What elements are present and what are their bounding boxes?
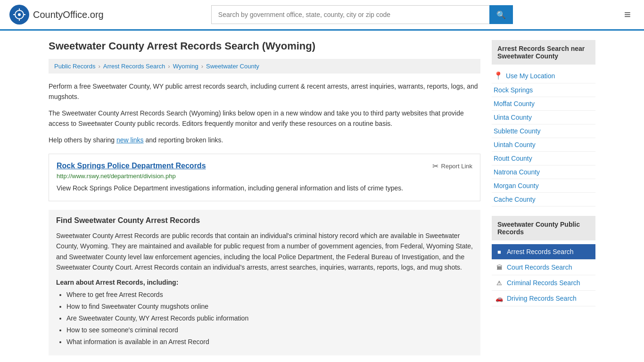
link-url[interactable]: http://www.rswy.net/department/division.… <box>57 173 472 180</box>
learn-list-item: What information is available in an Arre… <box>66 337 473 347</box>
breadcrumb-wyoming[interactable]: Wyoming <box>173 63 198 70</box>
pub-rec-icon: ⚠ <box>495 280 503 287</box>
sidebar-public-records-item[interactable]: 🚗Driving Records Search <box>492 291 595 306</box>
sidebar-public-records-link[interactable]: Driving Records Search <box>507 295 577 302</box>
learn-list: Where to get free Arrest RecordsHow to f… <box>56 290 473 347</box>
breadcrumb-sweetwater[interactable]: Sweetwater County <box>206 63 259 70</box>
find-section: Find Sweetwater County Arrest Records Sw… <box>49 210 480 355</box>
page-title: Sweetwater County Arrest Records Search … <box>49 40 480 52</box>
pub-rec-icon: 🏛 <box>495 264 503 271</box>
learn-title: Learn about Arrest Records, including: <box>56 279 473 286</box>
search-bar: 🔍 <box>211 5 513 24</box>
sidebar-public-records-link[interactable]: Arrest Records Search <box>507 248 574 255</box>
find-section-body: Sweetwater County Arrest Records are pub… <box>56 230 473 273</box>
sidebar-nearby-link[interactable]: Natrona County <box>492 165 595 179</box>
find-section-title: Find Sweetwater County Arrest Records <box>56 216 473 225</box>
nearby-links-container: Rock SpringsMoffat CountyUinta CountySub… <box>492 83 595 206</box>
sidebar-public-records-item[interactable]: ■Arrest Records Search <box>492 244 595 260</box>
sidebar-public-records-item[interactable]: 🏛Court Records Search <box>492 260 595 275</box>
logo-icon <box>9 5 29 25</box>
sidebar-nearby-link[interactable]: Rock Springs <box>492 83 595 97</box>
learn-list-item: How to see someone's criminal record <box>66 325 473 335</box>
link-card: Rock Springs Police Department Records ✂… <box>49 154 480 201</box>
search-button[interactable]: 🔍 <box>489 5 513 24</box>
sidebar-nearby-section: Arrest Records Search near Sweetwater Co… <box>492 40 595 206</box>
link-description: View Rock Springs Police Department inve… <box>57 183 472 193</box>
pub-rec-icon: ■ <box>495 248 503 255</box>
sidebar-public-records-link[interactable]: Criminal Records Search <box>507 279 580 287</box>
content-area: Sweetwater County Arrest Records Search … <box>49 40 480 355</box>
sidebar-public-records-item[interactable]: ⚠Criminal Records Search <box>492 275 595 291</box>
sidebar-use-location[interactable]: 📍 Use My Location <box>492 68 595 83</box>
intro-paragraph-3: Help others by sharing new links and rep… <box>49 135 480 145</box>
intro-paragraph-1: Perform a free Sweetwater County, WY pub… <box>49 81 480 102</box>
learn-list-item: How to find Sweetwater County mugshots o… <box>66 302 473 312</box>
link-card-title: Rock Springs Police Department Records <box>57 162 206 170</box>
breadcrumb-public-records[interactable]: Public Records <box>54 63 95 70</box>
search-input[interactable] <box>211 5 489 24</box>
sidebar-nearby-link[interactable]: Uintah County <box>492 138 595 152</box>
sidebar-nearby-title: Arrest Records Search near Sweetwater Co… <box>492 40 595 65</box>
new-links-link[interactable]: new links <box>116 136 144 144</box>
pub-rec-items-container: ■Arrest Records Search🏛Court Records Sea… <box>492 244 595 306</box>
sidebar-nearby-link[interactable]: Sublette County <box>492 124 595 138</box>
sidebar-nearby-link[interactable]: Morgan County <box>492 179 595 193</box>
sidebar-public-records-link[interactable]: Court Records Search <box>507 263 572 271</box>
menu-button[interactable]: ≡ <box>620 6 635 23</box>
sidebar-nearby-link[interactable]: Routt County <box>492 152 595 165</box>
logo-text: CountyOffice.org <box>33 9 104 20</box>
sidebar-nearby-link[interactable]: Moffat County <box>492 97 595 111</box>
link-card-title-link[interactable]: Rock Springs Police Department Records <box>57 162 206 170</box>
learn-list-item: Where to get free Arrest Records <box>66 290 473 300</box>
pub-rec-icon: 🚗 <box>495 295 503 302</box>
svg-point-2 <box>18 13 21 16</box>
sidebar-nearby-link[interactable]: Cache County <box>492 193 595 206</box>
breadcrumb: Public Records › Arrest Records Search ›… <box>49 59 480 74</box>
report-link-button[interactable]: ✂ Report Link <box>432 162 472 171</box>
logo-area: CountyOffice.org <box>9 5 104 25</box>
main-container: Sweetwater County Arrest Records Search … <box>39 31 605 362</box>
sidebar-public-records-section: Sweetwater County Public Records ■Arrest… <box>492 216 595 306</box>
intro-paragraph-2: The Sweetwater County Arrest Records Sea… <box>49 108 480 129</box>
sidebar: Arrest Records Search near Sweetwater Co… <box>492 40 595 355</box>
sidebar-nearby-link[interactable]: Uinta County <box>492 111 595 124</box>
scissors-icon: ✂ <box>432 162 438 171</box>
location-icon: 📍 <box>494 71 503 80</box>
link-card-header: Rock Springs Police Department Records ✂… <box>57 162 472 171</box>
site-header: CountyOffice.org 🔍 ≡ <box>0 0 644 31</box>
sidebar-public-records-title: Sweetwater County Public Records <box>492 216 595 240</box>
breadcrumb-arrest-records[interactable]: Arrest Records Search <box>103 63 165 70</box>
learn-list-item: Are Sweetwater County, WY Arrest Records… <box>66 313 473 323</box>
